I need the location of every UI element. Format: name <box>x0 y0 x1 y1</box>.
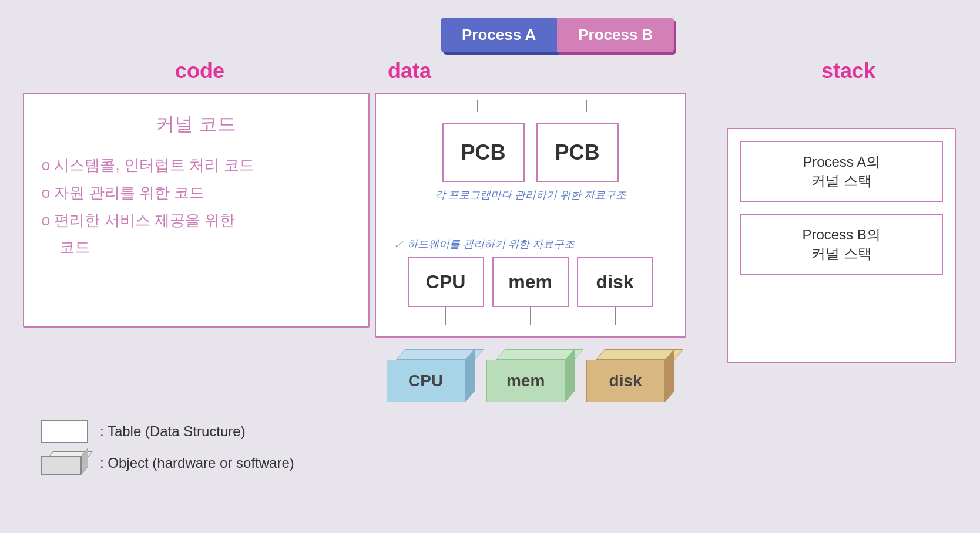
hw-boxes-row: CPU mem disk <box>408 257 653 307</box>
stack-box: Process A의커널 스택 Process B의커널 스택 <box>727 128 956 363</box>
cpu-obj-front: CPU <box>387 360 465 402</box>
process-b-button[interactable]: Process B <box>557 18 674 52</box>
code-box: 커널 코드 o 시스템콜, 인터럽트 처리 코드 o 자원 관리를 위한 코드 … <box>23 93 370 328</box>
legend-object-label: : Object (hardware or software) <box>100 455 294 471</box>
mem-obj-front: mem <box>486 360 565 402</box>
pcb-row: PCB PCB <box>442 123 619 182</box>
process-a-button[interactable]: Process A <box>441 18 557 52</box>
code-item-2: o 자원 관리를 위한 코드 <box>42 179 351 207</box>
process-buttons-area: Process A Process B <box>18 12 962 59</box>
hardware-objects: CPU mem disk <box>387 349 674 402</box>
legend-object-icon <box>41 451 88 475</box>
pcb-box-a: PCB <box>442 123 525 182</box>
stack-item-a: Process A의커널 스택 <box>740 141 943 202</box>
code-list: o 시스템콜, 인터럽트 처리 코드 o 자원 관리를 위한 코드 o 편리한 … <box>42 151 351 261</box>
legend-table-label: : Table (Data Structure) <box>100 423 246 440</box>
mem-object: mem <box>486 349 575 402</box>
stack-item-b: Process B의커널 스택 <box>740 214 943 275</box>
code-item-1: o 시스템콜, 인터럽트 처리 코드 <box>42 151 351 179</box>
legend-table-icon <box>41 420 88 443</box>
code-item-3: o 편리한 서비스 제공을 위한 <box>42 207 351 234</box>
hw-box-cpu: CPU <box>408 257 484 307</box>
code-label: code <box>175 59 224 83</box>
connector-svg-top <box>387 100 674 117</box>
main-container: Process A Process B code data stack 커널 코… <box>0 0 980 533</box>
data-section: PCB PCB 각 프로그램마다 관리하기 위한 자료구조 ↙ 하드웨어를 관리… <box>375 93 686 402</box>
disk-obj-front: disk <box>586 360 665 402</box>
hw-annotation: ↙ 하드웨어를 관리하기 위한 자료구조 <box>388 237 673 251</box>
code-box-title: 커널 코드 <box>42 112 351 137</box>
pcb-annotation: 각 프로그램마다 관리하기 위한 자료구조 <box>435 188 626 202</box>
legend-object-item: : Object (hardware or software) <box>41 451 962 475</box>
legend-table-item: : Table (Data Structure) <box>41 420 962 443</box>
stack-label: stack <box>821 59 875 83</box>
pcb-box-b: PCB <box>536 123 619 182</box>
section-labels-row: code data stack <box>18 59 962 83</box>
hw-box-mem: mem <box>492 257 569 307</box>
code-item-4: 코드 <box>42 234 351 261</box>
cpu-object: CPU <box>387 349 475 402</box>
disk-object: disk <box>586 349 674 402</box>
data-main-box: PCB PCB 각 프로그램마다 관리하기 위한 자료구조 ↙ 하드웨어를 관리… <box>375 93 686 338</box>
legend-3d-front <box>41 456 81 475</box>
legend: : Table (Data Structure) : Object (hardw… <box>18 420 962 475</box>
code-section: 커널 코드 o 시스템콜, 인터럽트 처리 코드 o 자원 관리를 위한 코드 … <box>18 93 375 328</box>
stack-section: Process A의커널 스택 Process B의커널 스택 <box>720 93 962 363</box>
hw-box-disk: disk <box>577 257 653 307</box>
process-buttons: Process A Process B <box>441 18 674 52</box>
connector-svg-hw <box>407 307 654 325</box>
main-boxes-row: 커널 코드 o 시스템콜, 인터럽트 처리 코드 o 자원 관리를 위한 코드 … <box>18 93 962 402</box>
data-label: data <box>388 59 431 83</box>
